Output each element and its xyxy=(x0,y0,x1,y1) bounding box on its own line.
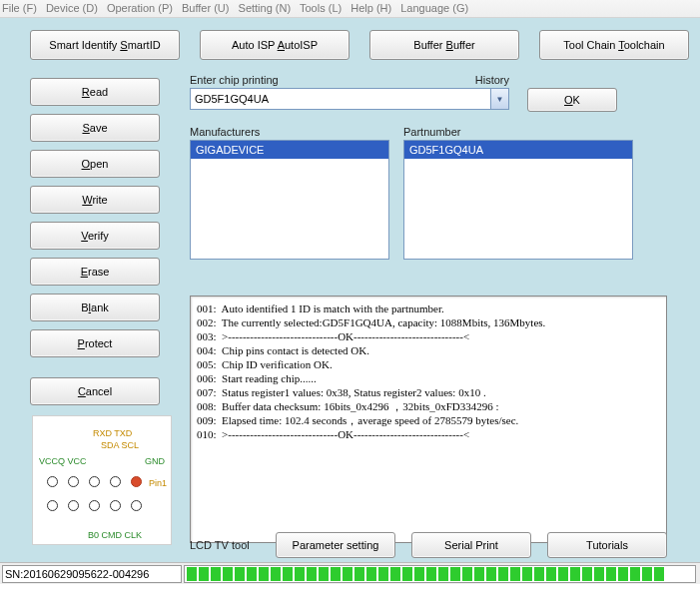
pin-icon xyxy=(89,500,100,511)
verify-button[interactable]: Verify xyxy=(30,222,160,250)
auto-isp-button[interactable]: Auto ISP AutoISP xyxy=(200,30,350,60)
serial-number-label: SN:20160629095622-004296 xyxy=(2,565,182,583)
save-button[interactable]: Save xyxy=(30,114,160,142)
menu-operation[interactable]: Operation (P) xyxy=(107,2,173,14)
menu-device[interactable]: Device (D) xyxy=(46,2,98,14)
bottom-button-row: LCD TV tool Parameter setting Serial Pri… xyxy=(190,532,669,558)
toolchain-button[interactable]: Tool Chain Toolchain xyxy=(539,30,689,60)
log-output[interactable]: 001: Auto identified 1 ID is match with … xyxy=(190,296,667,543)
main-panel: Smart Identify SmartID Auto ISP AutoISP … xyxy=(0,18,700,562)
manufacturers-label: Manufacturers xyxy=(190,126,389,138)
chip-combobox[interactable]: ▼ xyxy=(190,88,509,110)
lcd-tv-tool-label: LCD TV tool xyxy=(190,539,260,551)
side-buttons: Read Save Open Write Verify Erase Blank … xyxy=(30,78,160,405)
buffer-button[interactable]: Buffer Buffer xyxy=(369,30,519,60)
sda-scl-label: SDA SCL xyxy=(101,440,139,450)
write-button[interactable]: Write xyxy=(30,186,160,214)
menu-language[interactable]: Language (G) xyxy=(400,2,468,14)
pin-icon xyxy=(68,476,79,487)
menu-bar: File (F) Device (D) Operation (P) Buffer… xyxy=(0,0,700,18)
status-bar: SN:20160629095622-004296 xyxy=(0,562,700,584)
menu-buffer[interactable]: Buffer (U) xyxy=(182,2,229,14)
chip-select-area: Enter chip printing History ▼ OK Manufac… xyxy=(190,74,669,260)
read-button[interactable]: Read xyxy=(30,78,160,106)
history-label: History xyxy=(475,74,509,86)
rx-txd-label: RXD TXD xyxy=(93,428,132,438)
pin-icon xyxy=(131,500,142,511)
blank-button[interactable]: Blank xyxy=(30,294,160,321)
erase-button[interactable]: Erase xyxy=(30,258,160,286)
menu-help[interactable]: Help (H) xyxy=(350,2,391,14)
top-button-row: Smart Identify SmartID Auto ISP AutoISP … xyxy=(30,30,694,60)
list-item[interactable]: GIGADEVICE xyxy=(191,141,388,159)
protect-button[interactable]: Protect xyxy=(30,329,160,357)
pin1-icon xyxy=(131,476,142,487)
pin-icon xyxy=(89,476,100,487)
partnumber-listbox[interactable]: GD5F1GQ4UA xyxy=(403,140,633,260)
open-button[interactable]: Open xyxy=(30,150,160,178)
pin-icon xyxy=(68,500,79,511)
chip-pinout-panel: RXD TXD SDA SCL VCCQ VCC GND Pin1 B0 CMD… xyxy=(32,415,172,545)
partnumber-label: Partnumber xyxy=(403,126,633,138)
menu-setting[interactable]: Setting (N) xyxy=(239,2,292,14)
enter-chip-label: Enter chip printing xyxy=(190,74,279,86)
list-item[interactable]: GD5F1GQ4UA xyxy=(404,141,632,159)
tutorials-button[interactable]: Tutorials xyxy=(547,532,667,558)
menu-file[interactable]: File (F) xyxy=(2,2,37,14)
vccq-label: VCCQ VCC xyxy=(39,456,87,466)
chip-input[interactable] xyxy=(190,88,491,110)
pin-icon xyxy=(110,476,121,487)
pin-icon xyxy=(47,500,58,511)
parameter-setting-button[interactable]: Parameter setting xyxy=(276,532,395,558)
serial-print-button[interactable]: Serial Print xyxy=(411,532,531,558)
gnd-label: GND xyxy=(145,456,165,466)
ok-button[interactable]: OK xyxy=(527,88,617,112)
manufacturers-listbox[interactable]: GIGADEVICE xyxy=(190,140,389,260)
pin-icon xyxy=(47,476,58,487)
progress-bar xyxy=(184,565,696,583)
smart-identify-button[interactable]: Smart Identify SmartID xyxy=(30,30,180,60)
menu-tools[interactable]: Tools (L) xyxy=(300,2,342,14)
cancel-button[interactable]: Cancel xyxy=(30,377,160,405)
chevron-down-icon[interactable]: ▼ xyxy=(491,88,509,110)
b0-cmd-clk-label: B0 CMD CLK xyxy=(88,530,142,540)
pin1-label: Pin1 xyxy=(149,478,167,488)
pin-icon xyxy=(110,500,121,511)
